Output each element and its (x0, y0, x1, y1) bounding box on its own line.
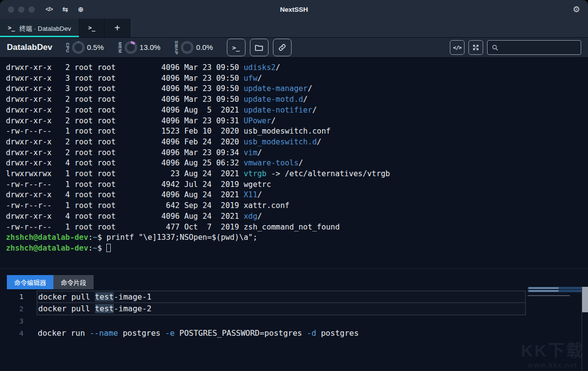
line-number: 1 (0, 291, 24, 303)
gauge-mem: MEM 13.0% (118, 41, 161, 54)
tab-command-editor[interactable]: 命令编辑器 (7, 275, 53, 289)
search-input[interactable] (502, 44, 577, 51)
line-number: 2 (0, 303, 24, 315)
code-row[interactable]: docker pull test-image-1 (37, 291, 526, 303)
gauge-swap: SWAP 0.0% (174, 41, 213, 55)
terminal-line: lrwxrwxrwx 1 root root 23 Aug 24 2021 vt… (6, 169, 588, 180)
gauge-label: CPU (65, 43, 70, 53)
terminal-line: drwxr-xr-x 2 root root 4096 Mar 23 09:31… (6, 116, 588, 127)
titlebar: </> ⇆ ⊕ NextSSH ⚙ (0, 0, 588, 19)
gauge-label: MEM (118, 42, 122, 53)
fullscreen-button[interactable] (468, 40, 483, 55)
code-row[interactable]: docker run --name postgres -e POSTGRES_P… (37, 327, 526, 340)
traffic-lights (8, 6, 35, 13)
tab-command-snippets[interactable]: 命令片段 (53, 275, 94, 289)
terminal-line: -rw-r--r-- 1 root root 4942 Jul 24 2019 … (6, 180, 588, 190)
terminal-icon: >_ (88, 24, 95, 31)
terminal-line: drwxr-xr-x 4 root root 4096 Aug 24 2021 … (6, 211, 588, 222)
expand-icon (472, 44, 480, 51)
zoom-window-button[interactable] (28, 6, 35, 13)
minimize-window-button[interactable] (18, 6, 24, 13)
terminal-line: zhshch@datalab-dev:~$ printf "\e]1337;NS… (6, 232, 588, 243)
new-tab-button[interactable]: + (104, 19, 130, 37)
terminal-line: drwxr-xr-x 4 root root 4096 Aug 25 06:32… (6, 158, 588, 169)
session-toolbar: DatalabDev CPU 0.5%MEM 13.0%SWAP 0.0% >_… (0, 37, 588, 58)
tab-terminal-2[interactable]: >_ (79, 19, 104, 37)
open-terminal-button[interactable]: >_ (227, 39, 245, 56)
terminal-output[interactable]: drwxr-xr-x 2 root root 4096 Mar 23 09:50… (0, 58, 588, 268)
command-editor[interactable]: 1234 docker pull test-image-1docker pull… (0, 290, 588, 369)
gauge-ring (124, 41, 137, 54)
code-snippet-icon[interactable]: </> (46, 6, 52, 13)
tab-label: 终端 · DatalabDev (19, 23, 71, 33)
code-lines[interactable]: docker pull test-image-1docker pull test… (37, 291, 526, 340)
scrollbar-thumb[interactable] (582, 287, 588, 312)
app-window: </> ⇆ ⊕ NextSSH ⚙ >_ 终端 · DatalabDev >_ … (0, 0, 588, 371)
minimap-line (528, 290, 582, 292)
terminal-line: drwxr-xr-x 2 root root 4096 Mar 23 09:34… (6, 148, 588, 159)
host-name: DatalabDev (7, 43, 52, 52)
settings-gear-icon[interactable]: ⚙ (573, 4, 580, 15)
panel-tabs: 命令编辑器 命令片段 (0, 269, 588, 290)
terminal-line: drwxr-xr-x 3 root root 4096 Mar 23 09:50… (6, 73, 588, 84)
gauge-value: 0.0% (196, 43, 213, 51)
command-panel: 命令编辑器 命令片段 1234 docker pull test-image-1… (0, 268, 588, 371)
terminal-line: drwxr-xr-x 4 root root 4096 Aug 24 2021 … (6, 190, 588, 201)
gauge-label: SWAP (174, 41, 178, 55)
gauge-ring (72, 41, 85, 54)
gauge-value: 0.5% (87, 43, 104, 51)
terminal-line: drwxr-xr-x 2 root root 4096 Mar 23 09:50… (6, 63, 588, 73)
gauge-value: 13.0% (140, 43, 161, 51)
terminal-line: drwxr-xr-x 2 root root 4096 Aug 5 2021 u… (6, 105, 588, 116)
search-icon (491, 44, 499, 51)
terminal-line: drwxr-xr-x 2 root root 4096 Feb 24 2020 … (6, 137, 588, 148)
editor-minimap[interactable] (528, 287, 582, 296)
terminal-line: -rw-r--r-- 1 root root 477 Oct 7 2019 zs… (6, 222, 588, 233)
terminal-line: -rw-r--r-- 1 root root 642 Sep 24 2019 x… (6, 201, 588, 211)
code-row[interactable] (37, 315, 526, 327)
connection-link-button[interactable] (273, 39, 292, 56)
terminal-cursor (106, 244, 111, 252)
transfer-icon[interactable]: ⇆ (62, 5, 68, 13)
terminal-line: zhshch@datalab-dev:~$ (6, 243, 588, 254)
line-number: 4 (0, 327, 24, 340)
editor-scrollbar[interactable] (582, 286, 588, 371)
window-title: NextSSH (0, 6, 588, 13)
line-numbers: 1234 (0, 291, 30, 340)
link-icon (278, 43, 287, 52)
session-tabbar: >_ 终端 · DatalabDev >_ + (0, 19, 588, 37)
gauge-cpu: CPU 0.5% (65, 41, 104, 54)
terminal-icon: >_ (8, 24, 15, 31)
code-row[interactable]: docker pull test-image-2 (37, 303, 526, 315)
gauge-ring (181, 41, 194, 54)
minimap-line (528, 287, 582, 289)
file-manager-button[interactable] (250, 39, 269, 56)
search-box (487, 40, 581, 55)
close-window-button[interactable] (8, 6, 14, 13)
script-editor-button[interactable]: </> (450, 40, 465, 55)
tab-terminal-datalabdev[interactable]: >_ 终端 · DatalabDev (0, 19, 79, 37)
resource-gauges: CPU 0.5%MEM 13.0%SWAP 0.0% (65, 41, 213, 55)
minimap-line (528, 295, 570, 296)
terminal-line: -rw-r--r-- 1 root root 1523 Feb 10 2020 … (6, 126, 588, 137)
terminal-line: drwxr-xr-x 2 root root 4096 Mar 23 09:50… (6, 94, 588, 105)
new-session-icon[interactable]: ⊕ (78, 5, 84, 13)
folder-icon (254, 43, 264, 52)
line-number: 3 (0, 315, 24, 327)
terminal-line: drwxr-xr-x 3 root root 4096 Mar 23 09:50… (6, 84, 588, 94)
